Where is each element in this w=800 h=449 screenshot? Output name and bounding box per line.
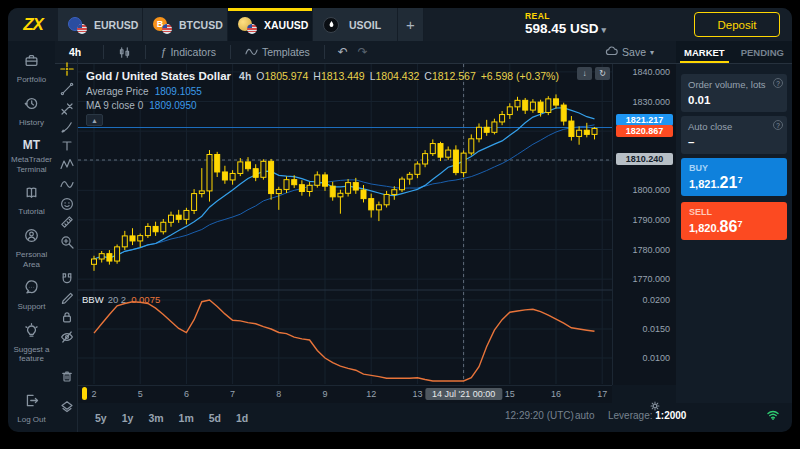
sell-button[interactable]: SELL 1,820.867: [681, 202, 787, 240]
chart-toolbar: 4h ƒIndicators Templates ↶ ↷ Save▾: [55, 41, 676, 64]
reset-zoom-icon[interactable]: ↻: [595, 67, 610, 80]
tab-btcusd[interactable]: BBTCUSD: [143, 8, 228, 41]
price-axis-label: 1790.000: [632, 215, 670, 225]
range-button-5y[interactable]: 5y: [92, 410, 110, 426]
account-type-badge: REAL: [525, 11, 606, 21]
sidebar-item-tutorial[interactable]: Tutorial: [8, 185, 55, 217]
sidebar-item-history[interactable]: History: [8, 96, 55, 128]
crosshair-icon[interactable]: [58, 60, 75, 77]
templates-button[interactable]: Templates: [245, 45, 310, 60]
lock-icon[interactable]: [58, 308, 75, 325]
axis-marker: [82, 387, 87, 400]
cloud-save-icon: [605, 45, 618, 60]
price-badge: 1821.217: [616, 114, 673, 126]
sidebar-item-portfolio[interactable]: Portfolio: [8, 53, 55, 85]
redo-icon[interactable]: ↷: [358, 45, 368, 59]
sidebar-nav: PortfolioHistoryMTMetaTrader TerminalTut…: [8, 41, 55, 432]
collapse-legend-button[interactable]: ▲: [86, 114, 103, 126]
sidebar-item-metatrader-terminal[interactable]: MTMetaTrader Terminal: [8, 138, 55, 174]
buy-price: 1,821.217: [689, 174, 779, 192]
book-icon: [24, 185, 39, 204]
time-axis[interactable]: 256789121315161714 Jul '21 00:00: [78, 385, 612, 403]
emoji-icon[interactable]: [58, 195, 75, 212]
range-button-1m[interactable]: 1m: [176, 410, 197, 426]
tab-eurusd[interactable]: EURUSD: [58, 8, 143, 41]
trading-terminal-window: ZX EURUSDBBTCUSDXAUUSDUSOIL + REAL 598.4…: [8, 8, 792, 432]
axis-settings-gear-icon[interactable]: [649, 398, 661, 416]
buy-button[interactable]: BUY 1,821.217: [681, 158, 787, 196]
zoom-in-icon[interactable]: [58, 233, 75, 250]
leverage: Leverage: 1:2000: [608, 410, 686, 421]
instrument-tabs: EURUSDBBTCUSDXAUUSDUSOIL: [58, 8, 398, 41]
auto-close-value[interactable]: –: [688, 136, 780, 148]
sidebar-item-personal-area[interactable]: Personal Area: [8, 228, 55, 269]
time-axis-label: 16: [551, 389, 561, 399]
time-axis-label: 17: [597, 389, 607, 399]
price-chart: [78, 64, 612, 385]
scroll-to-recent-icon[interactable]: ↓: [577, 67, 592, 80]
average-price-legend: Average Price1809.1055: [86, 86, 202, 97]
time-axis-label: 9: [322, 389, 327, 399]
save-button[interactable]: Save▾: [605, 45, 654, 60]
price-change: +6.598 (+0.37%): [481, 70, 559, 82]
person-icon: [24, 228, 39, 247]
indicators-button[interactable]: ƒIndicators: [160, 46, 216, 58]
divider: [145, 45, 146, 59]
tab-usoil[interactable]: USOIL: [313, 8, 398, 41]
price-axis[interactable]: 1840.0001830.0001800.0001790.0001780.000…: [612, 64, 676, 385]
price-axis-label: 1800.000: [632, 185, 670, 195]
range-button-1y[interactable]: 1y: [119, 410, 137, 426]
objects-diamond-icon[interactable]: [58, 398, 75, 415]
text-icon[interactable]: [58, 137, 75, 154]
timezone-mode[interactable]: auto: [575, 410, 594, 421]
auto-close-field[interactable]: Auto close – ?: [681, 116, 787, 154]
chevron-down-icon: ▾: [601, 25, 606, 35]
pencil-icon[interactable]: [58, 288, 75, 305]
crosshair-time-badge: 14 Jul '21 00:00: [425, 388, 502, 400]
chart-area[interactable]: Gold / United States Dollar4hO1805.974H1…: [78, 64, 612, 385]
eur-coin-us-flag-icon: [68, 17, 87, 33]
add-instrument-tab-button[interactable]: +: [398, 8, 424, 41]
order-volume-value[interactable]: 0.01: [688, 94, 780, 106]
oil-drop-icon: [323, 17, 342, 33]
xabcd-pattern-icon[interactable]: [58, 155, 75, 172]
curve-icon[interactable]: [58, 175, 75, 192]
time-axis-label: 2: [91, 389, 96, 399]
eye-off-icon[interactable]: [58, 328, 75, 345]
tab-label: EURUSD: [94, 19, 138, 31]
trash-icon[interactable]: [58, 367, 75, 384]
tab-market[interactable]: MARKET: [684, 41, 725, 63]
magnet-icon[interactable]: [58, 270, 75, 287]
range-button-1d[interactable]: 1d: [233, 410, 251, 426]
range-button-3m[interactable]: 3m: [145, 410, 166, 426]
help-icon[interactable]: ?: [773, 78, 783, 88]
order-volume-field[interactable]: Order volume, lots 0.01 ?: [681, 74, 787, 112]
sidebar-item-label: Suggest a feature: [9, 345, 54, 364]
range-button-5d[interactable]: 5d: [206, 410, 224, 426]
sidebar-item-label: MetaTrader Terminal: [9, 155, 54, 174]
bbw-axis-label: 0.0200: [642, 295, 670, 305]
pitchfork-icon[interactable]: [58, 100, 75, 117]
sidebar-item-support[interactable]: Support: [8, 280, 55, 312]
instrument-title: Gold / United States Dollar: [86, 70, 231, 82]
time-axis-label: 12: [366, 389, 376, 399]
brush-icon[interactable]: [58, 118, 75, 135]
chat-icon: [24, 280, 39, 299]
ruler-icon[interactable]: [58, 213, 75, 230]
trend-line-icon[interactable]: [58, 80, 75, 97]
chart-style-button[interactable]: [118, 46, 131, 59]
time-axis-label: 15: [505, 389, 515, 399]
time-axis-label: 6: [184, 389, 189, 399]
undo-icon[interactable]: ↶: [338, 45, 348, 59]
plot-buttons: ↓ ↻: [577, 67, 610, 80]
tab-xauusd[interactable]: XAUUSD: [228, 8, 313, 41]
sidebar-item-suggest-a-feature[interactable]: Suggest a feature: [8, 323, 55, 364]
help-icon[interactable]: ?: [773, 120, 783, 130]
price-axis-label: 1770.000: [632, 274, 670, 284]
time-axis-label: 7: [230, 389, 235, 399]
account-summary[interactable]: REAL 598.45 USD▾: [525, 11, 606, 36]
exness-logo-icon[interactable]: ZX: [8, 8, 58, 41]
deposit-button[interactable]: Deposit: [694, 12, 780, 37]
tab-pending[interactable]: PENDING: [741, 41, 784, 63]
sidebar-item-logout[interactable]: Log Out: [8, 393, 55, 424]
